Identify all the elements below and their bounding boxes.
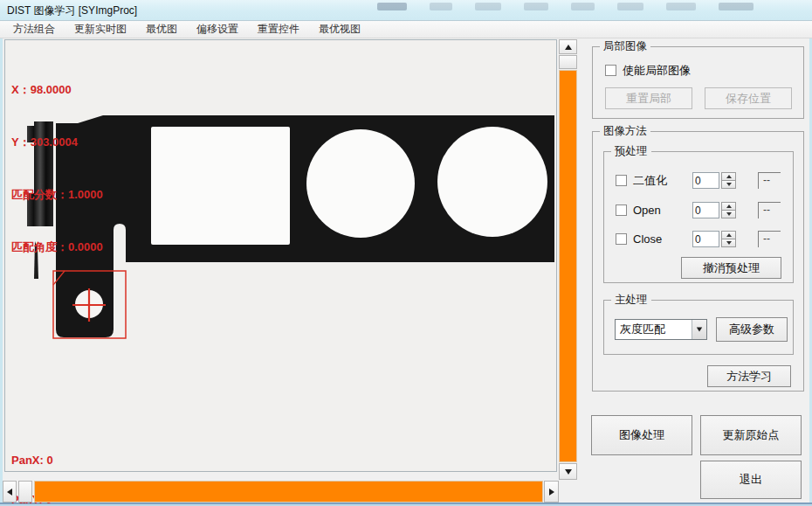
match-method-selected: 灰度匹配 [616, 320, 692, 339]
vertical-scrollbar[interactable] [559, 39, 577, 481]
window-border-bottom [0, 503, 812, 506]
reset-local-button[interactable]: 重置局部 [605, 87, 692, 109]
open-checkbox[interactable] [616, 204, 627, 216]
scroll-down-button[interactable] [559, 463, 577, 480]
menu-best-image[interactable]: 最优图 [136, 21, 187, 38]
menu-update-live-image[interactable]: 更新实时图 [65, 21, 136, 38]
open-extra-field: -- [758, 202, 781, 218]
method-learn-button[interactable]: 方法学习 [707, 365, 791, 387]
menu-reset-controls[interactable]: 重置控件 [248, 21, 309, 38]
vertical-scroll-thumb[interactable] [559, 55, 577, 69]
menu-offset-settings[interactable]: 偏移设置 [187, 21, 248, 38]
horizontal-scroll-thumb[interactable] [18, 481, 32, 503]
scroll-left-button[interactable] [3, 481, 17, 503]
binarize-extra-field: -- [758, 172, 781, 189]
spinner-down-icon [726, 241, 732, 245]
close-label: Close [633, 232, 662, 246]
preprocess-group-title: 预处理 [611, 145, 651, 158]
combo-dropdown-button[interactable] [692, 320, 706, 339]
binarize-spinner [721, 172, 736, 189]
menu-best-view[interactable]: 最优视图 [309, 21, 370, 38]
enable-local-image-checkbox[interactable] [605, 65, 616, 76]
bracket-round-cutout-1 [306, 129, 415, 238]
open-spin-down-button[interactable] [721, 211, 736, 218]
preprocess-group: 预处理 二值化 -- Open -- Close [603, 151, 794, 283]
chevron-down-icon [697, 328, 702, 332]
menu-method-combination[interactable]: 方法组合 [3, 21, 65, 38]
app-window: DIST 图像学习 [SYImgProc] 方法组合 更新实时图 最优图 偏移设… [0, 0, 812, 506]
local-image-group-title: 局部图像 [600, 40, 650, 53]
open-spinner [721, 202, 736, 218]
close-spinner [721, 231, 736, 247]
spinner-up-icon [726, 204, 732, 208]
scroll-down-icon [565, 469, 572, 475]
close-value-input[interactable] [692, 231, 719, 247]
title-bar: DIST 图像学习 [SYImgProc] [0, 0, 812, 21]
binarize-spin-down-button[interactable] [721, 181, 736, 189]
window-border-left [0, 38, 3, 503]
main-process-group: 主处理 灰度匹配 高级参数 [603, 300, 794, 355]
match-x-value: X：98.0000 [11, 81, 103, 99]
local-image-group: 局部图像 使能局部图像 重置局部 保存位置 [592, 46, 804, 119]
match-score-value: 匹配分数：1.0000 [11, 186, 103, 204]
menu-bar: 方法组合 更新实时图 最优图 偏移设置 重置控件 最优视图 [0, 21, 812, 38]
binarize-spin-up-button[interactable] [721, 172, 736, 181]
close-checkbox[interactable] [616, 233, 627, 245]
close-extra-field: -- [758, 231, 781, 247]
match-angle-value: 匹配角度：0.0000 [11, 239, 103, 256]
enable-local-image-label: 使能局部图像 [623, 64, 691, 77]
exit-button[interactable]: 退出 [700, 461, 802, 499]
bracket-square-cutout [151, 127, 290, 245]
undo-preprocess-button[interactable]: 撤消预处理 [681, 257, 781, 279]
vertical-scroll-track[interactable] [559, 70, 577, 462]
open-label: Open [633, 204, 661, 217]
image-process-button[interactable]: 图像处理 [591, 415, 692, 455]
spinner-down-icon [726, 212, 732, 216]
titlebar-ghost-artifacts [377, 3, 807, 13]
close-spin-down-button[interactable] [721, 239, 736, 247]
match-result-overlay: X：98.0000 Y：303.0004 匹配分数：1.0000 匹配角度：0.… [11, 46, 103, 291]
horizontal-scroll-track[interactable] [34, 481, 543, 503]
binarize-checkbox[interactable] [616, 175, 627, 186]
main-process-group-title: 主处理 [611, 294, 651, 307]
image-method-group: 图像方法 预处理 二值化 -- Open -- Close [592, 131, 804, 392]
save-position-button[interactable]: 保存位置 [705, 87, 792, 109]
window-title: DIST 图像学习 [SYImgProc] [7, 0, 137, 21]
update-origin-button[interactable]: 更新原始点 [700, 415, 802, 455]
binarize-value-input[interactable] [692, 172, 719, 189]
bracket-round-cutout-2 [437, 127, 547, 237]
open-value-input[interactable] [692, 202, 719, 218]
scroll-right-button[interactable] [544, 481, 559, 503]
scroll-left-icon [7, 489, 12, 496]
match-method-select[interactable]: 灰度匹配 [615, 319, 707, 340]
advanced-params-button[interactable]: 高级参数 [716, 317, 788, 342]
image-method-group-title: 图像方法 [600, 125, 650, 138]
pan-x-value: PanX: 0 [11, 454, 53, 467]
spinner-up-icon [726, 233, 732, 237]
scroll-up-icon [565, 45, 572, 50]
horizontal-scrollbar[interactable] [3, 481, 559, 503]
image-viewport[interactable]: X：98.0000 Y：303.0004 匹配分数：1.0000 匹配角度：0.… [4, 39, 557, 472]
close-spin-up-button[interactable] [721, 231, 736, 239]
binarize-label: 二值化 [633, 174, 667, 187]
spinner-up-icon [726, 175, 732, 178]
match-y-value: Y：303.0004 [11, 134, 103, 151]
scroll-right-icon [549, 489, 554, 496]
spinner-down-icon [726, 183, 732, 186]
scroll-up-button[interactable] [559, 39, 577, 54]
open-spin-up-button[interactable] [721, 202, 736, 211]
